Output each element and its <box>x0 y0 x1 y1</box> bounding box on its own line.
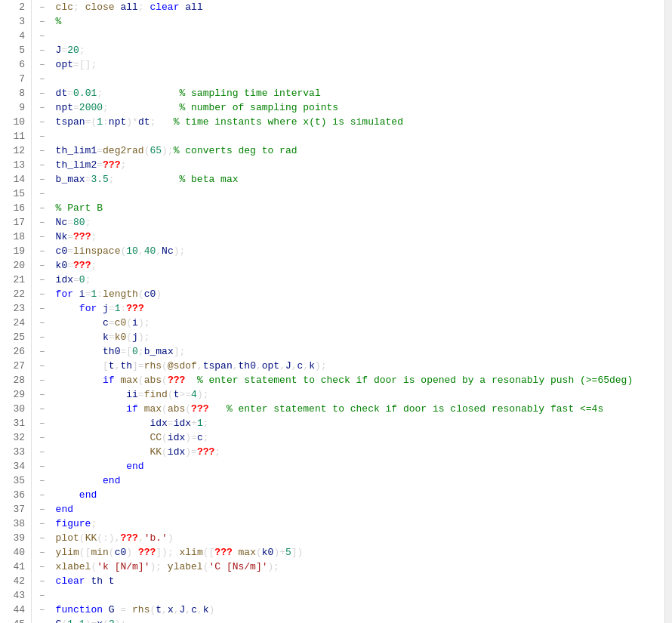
line-dash: – <box>39 258 51 273</box>
line-number: 27 <box>3 359 25 373</box>
code-line: – plot(KK(:),???,'b.') <box>39 531 664 545</box>
line-number: 37 <box>3 502 25 517</box>
code-line: – tspan=(1:npt)*dt; % time instants wher… <box>39 115 664 129</box>
line-code: J=20; <box>56 43 85 57</box>
code-line: – for j=1:??? <box>39 301 664 316</box>
code-line: – dt=0.01; % sampling time interval <box>39 86 664 100</box>
code-line: – for i=1:length(c0) <box>39 287 664 301</box>
line-code: % Part B <box>56 201 103 215</box>
line-number: 38 <box>3 517 25 531</box>
code-line: – th_lim2=???; <box>39 158 664 172</box>
line-number: 11 <box>3 129 25 143</box>
line-dash: – <box>39 531 51 545</box>
line-number: 3 <box>3 14 25 29</box>
code-line: – c=c0(i); <box>39 316 664 330</box>
code-line: – clc; close all; clear all <box>39 0 664 14</box>
line-dash: – <box>39 287 51 301</box>
line-number: 31 <box>3 416 25 430</box>
line-dash: – <box>39 0 51 14</box>
line-number: 6 <box>3 57 25 72</box>
line-dash: – <box>39 588 51 603</box>
line-number: 45 <box>3 617 25 623</box>
line-dash: – <box>39 416 51 430</box>
line-dash: – <box>39 445 51 459</box>
line-number: 25 <box>3 330 25 344</box>
code-line: – <box>39 187 664 201</box>
line-number: 9 <box>3 100 25 115</box>
line-code: figure; <box>56 517 97 531</box>
line-dash: – <box>39 129 51 143</box>
code-content[interactable]: – clc; close all; clear all– %– – J=20;–… <box>32 0 664 623</box>
line-number: 12 <box>3 143 25 158</box>
code-line: – idx=0; <box>39 273 664 287</box>
line-dash: – <box>39 473 51 488</box>
code-line: – function G = rhs(t,x,J,c,k) <box>39 603 664 617</box>
line-code: c=c0(i); <box>56 316 150 330</box>
line-number: 41 <box>3 560 25 574</box>
line-code: end <box>56 459 144 473</box>
code-line: – th0=[0;b_max]; <box>39 344 664 359</box>
code-line: – end <box>39 502 664 517</box>
line-dash: – <box>39 14 51 29</box>
line-code: plot(KK(:),???,'b.') <box>56 531 174 545</box>
code-line: – idx=idx+1; <box>39 416 664 430</box>
code-line: – b_max=3.5; % beta max <box>39 172 664 187</box>
line-number: 30 <box>3 402 25 416</box>
line-code: clear th t <box>56 574 115 588</box>
line-number: 22 <box>3 287 25 301</box>
line-code: if max(abs(??? % enter statement to chec… <box>56 402 604 416</box>
line-code: th0=[0;b_max]; <box>56 344 186 359</box>
line-code: if max(abs(??? % enter statement to chec… <box>56 373 633 387</box>
line-dash: – <box>39 344 51 359</box>
line-code: G(1,1)=x(2); <box>56 617 127 623</box>
line-dash: – <box>39 172 51 187</box>
code-line: – figure; <box>39 517 664 531</box>
line-number: 29 <box>3 387 25 402</box>
line-dash: – <box>39 100 51 115</box>
line-number: 21 <box>3 273 25 287</box>
line-dash: – <box>39 301 51 316</box>
line-dash: – <box>39 43 51 57</box>
line-dash: – <box>39 430 51 445</box>
line-numbers: 2345678910111213141516171819202122232425… <box>0 0 32 623</box>
code-line: – % <box>39 14 664 29</box>
line-code: ii=find(t>=4); <box>56 387 209 402</box>
code-line: – Nk=???; <box>39 230 664 244</box>
code-area: 2345678910111213141516171819202122232425… <box>0 0 672 623</box>
line-dash: – <box>39 72 51 86</box>
line-code: % <box>56 14 62 29</box>
line-code: clc; close all; clear all <box>56 0 203 14</box>
line-dash: – <box>39 387 51 402</box>
line-dash: – <box>39 230 51 244</box>
line-dash: – <box>39 402 51 416</box>
code-line: – xlabel('k [N/m]'); ylabel('C [Ns/m]'); <box>39 560 664 574</box>
line-number: 35 <box>3 473 25 488</box>
code-line: – ii=find(t>=4); <box>39 387 664 402</box>
line-number: 18 <box>3 230 25 244</box>
line-dash: – <box>39 115 51 129</box>
line-dash: – <box>39 86 51 100</box>
code-line: – <box>39 29 664 43</box>
line-dash: – <box>39 273 51 287</box>
line-code: opt=[]; <box>56 57 97 72</box>
line-code: tspan=(1:npt)*dt; % time instants where … <box>56 115 403 129</box>
line-code: [t,th]=rhs(@sdof,tspan,th0,opt,J,c,k); <box>56 359 327 373</box>
code-line: – k0=???; <box>39 258 664 273</box>
line-number: 32 <box>3 430 25 445</box>
code-line: – k=k0(j); <box>39 330 664 344</box>
line-code: end <box>56 488 97 502</box>
code-line: – <box>39 72 664 86</box>
line-number: 34 <box>3 459 25 473</box>
line-dash: – <box>39 459 51 473</box>
line-code: end <box>56 473 121 488</box>
line-number: 36 <box>3 488 25 502</box>
code-line: – npt=2000; % number of sampling points <box>39 100 664 115</box>
scrollbar[interactable] <box>664 0 672 623</box>
line-number: 26 <box>3 344 25 359</box>
line-number: 39 <box>3 531 25 545</box>
code-line: – th_lim1=deg2rad(65);% converts deg to … <box>39 143 664 158</box>
code-line: – [t,th]=rhs(@sdof,tspan,th0,opt,J,c,k); <box>39 359 664 373</box>
line-number: 40 <box>3 545 25 560</box>
line-dash: – <box>39 29 51 43</box>
line-number: 4 <box>3 29 25 43</box>
